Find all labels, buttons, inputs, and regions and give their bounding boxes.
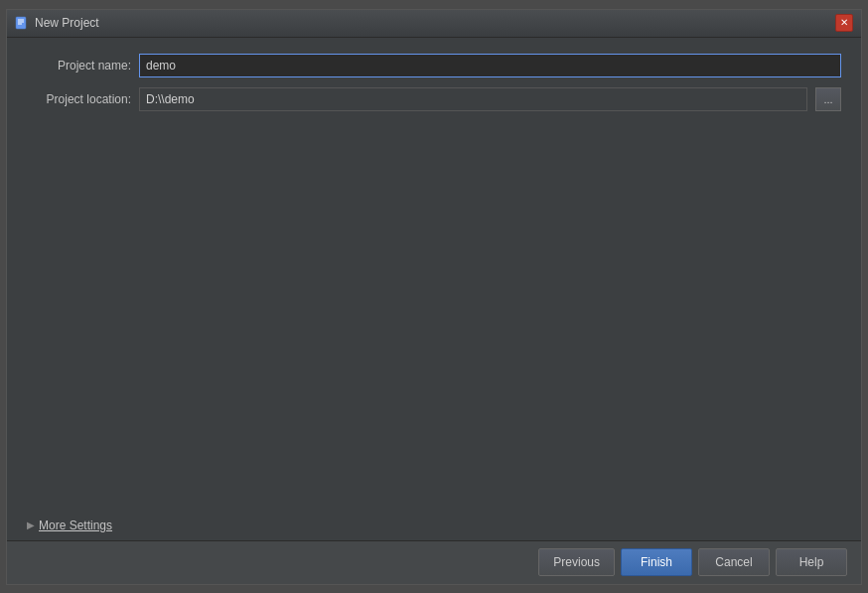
svg-rect-0 xyxy=(16,17,26,29)
dialog-icon xyxy=(15,16,29,30)
dialog-title: New Project xyxy=(35,16,835,30)
previous-button[interactable]: Previous xyxy=(538,548,615,576)
project-name-row: Project name: xyxy=(27,54,841,77)
finish-button[interactable]: Finish xyxy=(621,548,692,576)
main-content-area xyxy=(27,121,841,501)
dialog-footer: Previous Finish Cancel Help xyxy=(7,540,861,584)
help-button[interactable]: Help xyxy=(776,548,847,576)
project-name-label: Project name: xyxy=(27,59,131,73)
more-settings-label: More Settings xyxy=(39,519,112,532)
more-settings-arrow-icon: ▶ xyxy=(27,519,35,530)
close-button[interactable]: ✕ xyxy=(835,14,853,32)
project-location-row: Project location: ... xyxy=(27,87,841,111)
project-location-label: Project location: xyxy=(27,92,131,106)
dialog-content: Project name: Project location: ... ▶ Mo… xyxy=(7,38,861,540)
new-project-dialog: New Project ✕ Project name: Project loca… xyxy=(6,9,862,585)
project-name-input[interactable] xyxy=(139,54,841,77)
title-bar: New Project ✕ xyxy=(7,10,861,38)
project-location-input[interactable] xyxy=(139,87,807,111)
cancel-button[interactable]: Cancel xyxy=(698,548,770,576)
browse-button[interactable]: ... xyxy=(815,87,841,111)
more-settings-toggle[interactable]: ▶ More Settings xyxy=(27,511,841,540)
